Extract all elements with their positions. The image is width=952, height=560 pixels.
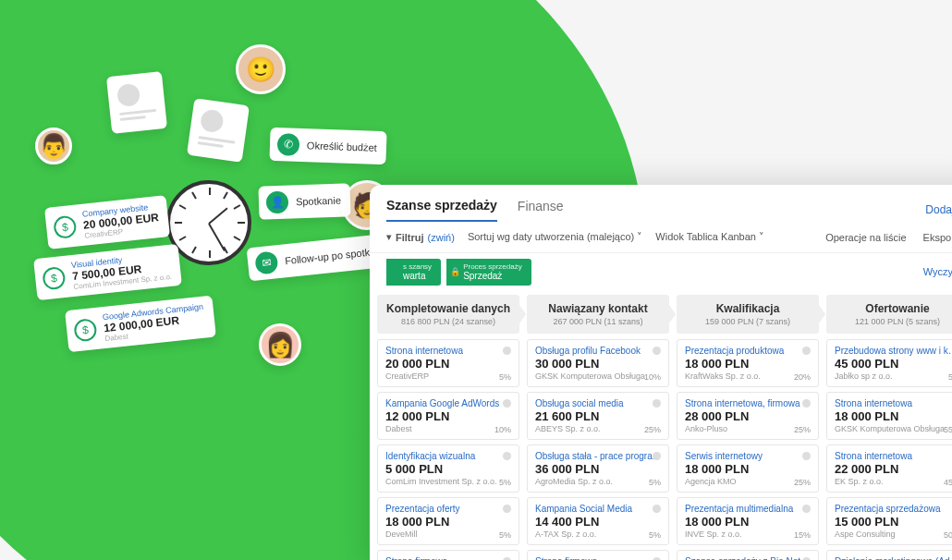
task-card: 👤 Spotkanie — [258, 183, 350, 219]
deal-card[interactable]: Strona internetowa, firmowa28 000 PLNAnk… — [677, 392, 819, 440]
deal-title: Strona internetowa, firmowa — [685, 398, 811, 408]
column-subtitle: 121 000 PLN (5 szans) — [834, 317, 952, 326]
deal-title: Strona internetowa — [835, 398, 952, 408]
deal-amount: 45 000 PLN — [835, 357, 952, 371]
deal-amount: 14 400 PLN — [535, 515, 661, 529]
deal-card[interactable]: Obsługa profilu Facebook30 000 PLNGKSK K… — [527, 339, 669, 387]
deal-company: DeveMill — [385, 530, 511, 539]
deal-company: CreativERP — [385, 371, 511, 381]
status-dot — [503, 347, 511, 355]
filter-chip-process[interactable]: 🔒 Proces sprzedaży Sprzedaż — [446, 259, 531, 286]
tab-finance[interactable]: Finanse — [518, 199, 564, 221]
kanban-board: Kompletowanie danych816 800 PLN (24 szan… — [370, 295, 952, 560]
deal-card[interactable]: Szansa sprzedaży z Bio Net61 000 PLN — [677, 550, 819, 560]
deal-card[interactable]: Prezentacja multimedialna18 000 PLNINVE … — [677, 497, 819, 545]
deal-card[interactable]: Kampania Google AdWords12 000 PLNDabest1… — [377, 392, 519, 440]
deal-amount: 5 000 PLN — [385, 462, 511, 476]
task-label: Określić budżet — [307, 140, 377, 153]
task-card: ✆ Określić budżet — [269, 128, 386, 164]
deal-percent: 15% — [794, 530, 811, 540]
deal-card[interactable]: Serwis internetowy18 000 PLNAgencja KMO2… — [677, 444, 819, 493]
deal-percent: 5% — [499, 530, 511, 540]
filter-chip-status[interactable]: s szansy warta — [386, 259, 441, 286]
deal-amount: 18 000 PLN — [685, 357, 811, 371]
deal-title: Prezentacja multimedialna — [685, 504, 811, 514]
avatar: 👨 — [35, 128, 72, 164]
deal-amount: 36 000 PLN — [535, 462, 661, 476]
deal-card[interactable]: Obsługa stała - prace progra...36 000 PL… — [527, 444, 669, 493]
view-dropdown[interactable]: Widok Tablica Kanban ˅ — [655, 231, 764, 243]
column-title: Nawiązany kontakt — [534, 302, 662, 315]
avatar: 🙂 — [236, 44, 286, 94]
filter-chips: s szansy warta 🔒 Proces sprzedaży Sprzed… — [370, 253, 952, 295]
export-link[interactable]: Eksportu — [923, 232, 952, 243]
deal-amount: 18 000 PLN — [385, 515, 511, 529]
deal-title: Prezentacja sprzedażowa — [835, 504, 952, 514]
deal-title: Obsługa stała - prace progra... — [535, 451, 661, 461]
sort-dropdown[interactable]: Sortuj wg daty utworzenia (malejąco) ˅ — [468, 231, 642, 243]
chevron-down-icon: ˅ — [637, 231, 642, 242]
deal-title: Szansa sprzedaży z Bio Net — [685, 556, 811, 560]
list-ops-link[interactable]: Operacje na liście — [825, 232, 906, 243]
column-title: Kwalifikacja — [684, 302, 812, 315]
deal-percent: 25% — [794, 425, 811, 434]
deal-amount: 12 000 PLN — [385, 409, 511, 423]
column-header: Ofertowanie121 000 PLN (5 szans) — [826, 295, 952, 334]
deal-title: Identyfikacja wizualna — [385, 451, 511, 461]
status-dot — [503, 399, 511, 408]
deal-title: Przebudowa strony www i ka... — [835, 346, 952, 356]
deal-title: Kampania Google AdWords — [385, 398, 511, 408]
column-title: Ofertowanie — [834, 302, 952, 315]
deal-card[interactable]: Prezentacja produktowa18 000 PLNKraftWak… — [677, 339, 819, 387]
kanban-column: Kompletowanie danych816 800 PLN (24 szan… — [377, 295, 519, 560]
deal-card[interactable]: Identyfikacja wizualna5 000 PLNComLim In… — [377, 444, 519, 493]
deal-card[interactable]: Przebudowa strony www i ka...45 000 PLNJ… — [826, 339, 952, 387]
deal-card[interactable]: Strona internetowa18 000 PLNGKSK Kompute… — [826, 392, 952, 440]
deal-title: Strona internetowa — [835, 451, 952, 461]
deal-card[interactable]: Obsługa social media21 600 PLNABEYS Sp. … — [527, 392, 669, 440]
deal-company: Agencja KMO — [685, 477, 811, 486]
status-dot — [503, 452, 511, 460]
app-toolbar: ▾ Filtruj (zwiń) Sortuj wg daty utworzen… — [370, 222, 952, 253]
deal-percent: 5% — [499, 478, 511, 487]
kanban-column: Kwalifikacja159 000 PLN (7 szans)Prezent… — [677, 295, 819, 560]
deal-title: Działanie marketingowe (Ad... — [835, 556, 952, 560]
deal-amount: 18 000 PLN — [835, 409, 952, 423]
deal-card[interactable]: Strona internetowa22 000 PLNEK Sp. z o.o… — [826, 444, 952, 493]
chevron-down-icon: ˅ — [759, 231, 764, 242]
deal-card[interactable]: Strona firmowa35 000 PLN — [377, 550, 519, 560]
deal-company: GKSK Komputerowa Obsługa — [535, 371, 661, 381]
deal-company: AgroMedia Sp. z o.o. — [535, 477, 661, 486]
deal-percent: 50% — [944, 530, 952, 540]
deal-company: KraftWaks Sp. z o.o. — [685, 371, 811, 381]
deal-card[interactable]: Prezentacja oferty18 000 PLNDeveMill5% — [377, 497, 519, 545]
clear-filters-link[interactable]: Wyczyść — [923, 266, 952, 277]
deal-card: $ Visual identity7 500,00 EURComLim Inve… — [33, 244, 182, 300]
deal-company: Dabest — [385, 424, 511, 433]
add-link[interactable]: Dodaj s — [925, 203, 952, 216]
deal-percent: 5% — [948, 372, 952, 382]
filter-button[interactable]: ▾ Filtruj (zwiń) — [386, 231, 455, 243]
column-header: Kompletowanie danych816 800 PLN (24 szan… — [377, 295, 519, 334]
deal-percent: 10% — [494, 425, 511, 434]
column-header: Nawiązany kontakt267 000 PLN (11 szans) — [527, 295, 669, 334]
deal-company: INVE Sp. z o.o. — [685, 530, 811, 539]
deal-card[interactable]: Strona firmowa — [527, 550, 669, 560]
status-dot — [653, 347, 661, 355]
money-icon: $ — [42, 265, 66, 289]
status-dot — [802, 452, 811, 460]
deal-card[interactable]: Strona internetowa20 000 PLNCreativERP5% — [377, 339, 519, 387]
deal-amount: 28 000 PLN — [685, 409, 811, 423]
phone-icon: ✆ — [277, 133, 300, 156]
deal-card[interactable]: Kampania Social Media14 400 PLNA-TAX Sp.… — [527, 497, 669, 545]
avatar: 👩 — [259, 323, 301, 366]
tab-opportunities[interactable]: Szanse sprzedaży — [386, 198, 497, 222]
deal-percent: 20% — [794, 372, 811, 382]
deal-title: Obsługa profilu Facebook — [535, 346, 661, 356]
deal-card[interactable]: Działanie marketingowe (Ad... — [826, 550, 952, 560]
task-label: Spotkanie — [296, 195, 341, 208]
deal-company: ComLim Investment Sp. z o.o. — [385, 477, 511, 486]
deal-amount: 30 000 PLN — [535, 357, 661, 371]
status-dot — [653, 505, 661, 513]
deal-card[interactable]: Prezentacja sprzedażowa15 000 PLNAspe Co… — [826, 497, 952, 545]
